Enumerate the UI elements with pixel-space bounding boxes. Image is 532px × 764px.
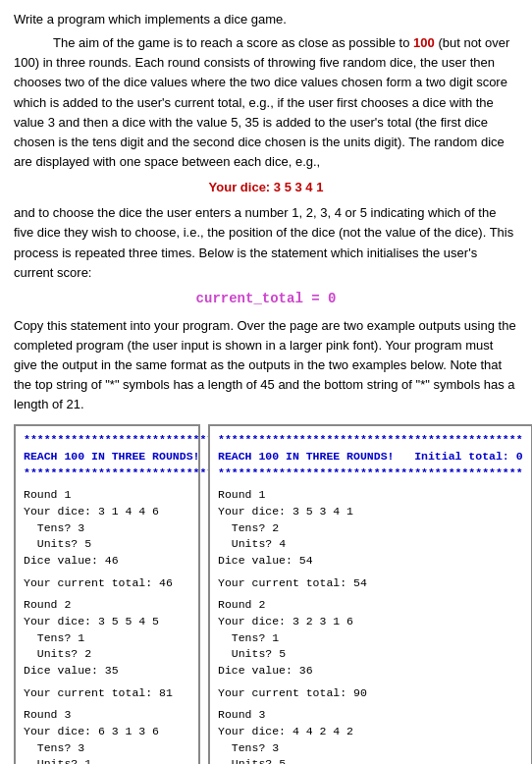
ex1-header-title: REACH 100 IN THREE ROUNDS! Initial total… — [24, 449, 190, 465]
intro-paragraph1: The aim of the game is to reach a score … — [14, 33, 518, 172]
intro-line1: Write a program which implements a dice … — [14, 10, 518, 29]
ex1-r2-tens: Tens? 1 — [24, 630, 190, 647]
ex2-r1-tens: Tens? 2 — [218, 520, 523, 537]
ex1-r3-label: Round 3 — [24, 707, 190, 724]
ex2-r3-label: Round 3 — [218, 707, 523, 724]
ex1-r3-tens: Tens? 3 — [24, 740, 190, 757]
dice-example-line: Your dice: 3 5 3 4 1 — [14, 178, 518, 197]
example1-box: ****************************************… — [14, 424, 200, 764]
ex2-r1-units: Units? 4 — [218, 536, 523, 553]
example2-box: ****************************************… — [208, 424, 532, 764]
ex1-r2-units: Units? 2 — [24, 646, 190, 663]
ex2-r2-dice: Your dice: 3 2 3 1 6 — [218, 614, 523, 630]
ex2-r2-units: Units? 5 — [218, 646, 523, 663]
ex2-r2-total: Your current total: 90 — [218, 685, 523, 702]
ex2-header-title: REACH 100 IN THREE ROUNDS! Initial total… — [218, 449, 523, 465]
intro-section: Write a program which implements a dice … — [14, 10, 518, 414]
intro-paragraph2: and to choose the dice the user enters a… — [14, 203, 518, 283]
ex1-r1-tens: Tens? 3 — [24, 520, 190, 537]
ex1-r1-units: Units? 5 — [24, 536, 190, 553]
ex2-r2-dicevalue: Dice value: 36 — [218, 663, 523, 680]
ex2-r3-units: Units? 5 — [218, 756, 523, 764]
ex2-header-stars: ****************************************… — [218, 432, 523, 449]
ex2-r1-total: Your current total: 54 — [218, 575, 523, 592]
intro-paragraph3: Copy this statement into your program. O… — [14, 316, 518, 415]
examples-row: ****************************************… — [14, 424, 518, 764]
ex1-r1-label: Round 1 — [24, 487, 190, 504]
ex1-r2-dice: Your dice: 3 5 5 4 5 — [24, 614, 190, 630]
ex1-r3-dice: Your dice: 6 3 1 3 6 — [24, 724, 190, 740]
ex1-header-stars2: ****************************************… — [24, 465, 190, 482]
ex1-r2-dicevalue: Dice value: 35 — [24, 663, 190, 680]
ex2-r2-label: Round 2 — [218, 597, 523, 614]
ex2-r3-dice: Your dice: 4 4 2 4 2 — [218, 724, 523, 740]
ex1-r1-dice: Your dice: 3 1 4 4 6 — [24, 504, 190, 520]
ex1-r1-dicevalue: Dice value: 46 — [24, 553, 190, 570]
ex1-r1-total: Your current total: 46 — [24, 575, 190, 592]
ex1-r3-units: Units? 1 — [24, 756, 190, 764]
ex1-r2-total: Your current total: 81 — [24, 685, 190, 702]
code-line: current_total = 0 — [14, 289, 518, 310]
ex2-r2-tens: Tens? 1 — [218, 630, 523, 647]
ex2-r3-tens: Tens? 3 — [218, 740, 523, 757]
aim-text: The aim of the game is to reach a score … — [14, 35, 509, 169]
ex1-r2-label: Round 2 — [24, 597, 190, 614]
ex2-r1-label: Round 1 — [218, 487, 523, 504]
ex2-r1-dice: Your dice: 3 5 3 4 1 — [218, 504, 523, 520]
ex2-r1-dicevalue: Dice value: 54 — [218, 553, 523, 570]
ex1-header-stars: ****************************************… — [24, 432, 190, 449]
ex2-header-stars2: ****************************************… — [218, 465, 523, 482]
